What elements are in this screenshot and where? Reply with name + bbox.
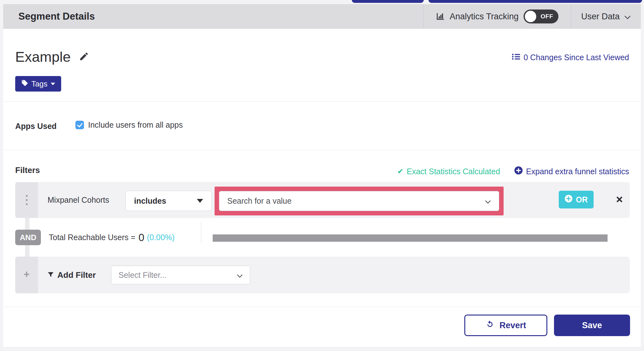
check-icon: ✔ (397, 167, 403, 176)
top-partial-button-left[interactable] (352, 0, 424, 3)
revert-button[interactable]: Revert (464, 315, 547, 336)
tag-icon (21, 80, 28, 88)
drag-handle[interactable] (15, 182, 38, 218)
add-filter-row: Add Filter Select Filter... (15, 257, 630, 293)
segment-name: Example (15, 50, 71, 64)
topbar: Segment Details Analytics Tracking OFF U… (3, 4, 641, 29)
edit-pencil-icon[interactable] (79, 51, 89, 63)
tags-button[interactable]: Tags (15, 76, 61, 92)
reachable-users-progress-bar (213, 234, 608, 242)
expand-funnel-statistics-link[interactable]: Expand extra funnel statistics (514, 166, 629, 177)
plus-circle-icon (564, 195, 573, 205)
segment-details-page: Segment Details Analytics Tracking OFF U… (0, 0, 644, 351)
analytics-tracking-toggle[interactable]: OFF (524, 10, 558, 23)
value-select-placeholder: Search for a value (227, 196, 292, 206)
select-filter-dropdown[interactable]: Select Filter... (111, 265, 250, 284)
filters-heading: Filters (15, 165, 40, 175)
save-button-label: Save (582, 321, 602, 330)
undo-icon (486, 320, 494, 331)
segment-details-panel: Segment Details Analytics Tracking OFF U… (3, 4, 641, 347)
exact-statistics-status: ✔ Exact Statistics Calculated (397, 167, 500, 176)
revert-button-label: Revert (499, 321, 526, 330)
remove-filter-button[interactable] (611, 182, 628, 218)
bar-chart-icon (436, 12, 445, 22)
and-badge: AND (15, 230, 41, 245)
highlight-annotation: Search for a value (215, 187, 504, 215)
user-data-dropdown[interactable]: User Data (571, 4, 641, 29)
include-all-apps-label: Include users from all apps (88, 120, 183, 130)
save-button[interactable]: Save (554, 315, 630, 336)
list-icon (512, 53, 520, 62)
filters-section: Filters ✔ Exact Statistics Calculated Ex… (3, 150, 641, 307)
changes-since-last-viewed-link[interactable]: 0 Changes Since Last Viewed (512, 53, 629, 62)
reachable-users-percent: (0.00%) (147, 233, 175, 242)
toggle-knob (525, 11, 536, 22)
operator-value: includes (134, 196, 166, 206)
drag-dots-icon (26, 195, 28, 205)
filter-field-label: Mixpanel Cohorts (48, 182, 109, 218)
add-filter-plus-button[interactable] (15, 257, 38, 293)
triangle-down-icon (197, 199, 203, 203)
plus-icon (23, 271, 30, 279)
tags-button-label: Tags (31, 80, 48, 88)
exact-statistics-label: Exact Statistics Calculated (407, 167, 500, 176)
expand-funnel-statistics-label: Expand extra funnel statistics (526, 167, 629, 176)
reachable-users-value: 0 (138, 232, 144, 244)
analytics-tracking-label: Analytics Tracking (450, 12, 519, 22)
user-data-label: User Data (581, 12, 620, 22)
caret-down-icon (51, 83, 55, 85)
chevron-down-icon (237, 271, 243, 280)
add-or-condition-button[interactable]: OR (559, 191, 594, 208)
include-all-apps-checkbox[interactable] (75, 121, 84, 129)
toggle-state-label: OFF (541, 13, 553, 20)
add-filter-label: Add Filter (57, 270, 96, 280)
chevron-down-icon (624, 12, 631, 22)
apps-used-label: Apps Used (15, 122, 57, 131)
apps-used-section: Apps Used Include users from all apps (3, 102, 641, 150)
chevron-down-icon (485, 196, 491, 206)
filter-row: Mixpanel Cohorts includes Search for a v… (15, 182, 630, 218)
operator-select[interactable]: includes (126, 191, 212, 211)
close-x-icon (615, 195, 623, 205)
reachable-users-label: Total Reachable Users = (49, 233, 135, 242)
select-filter-placeholder: Select Filter... (119, 271, 166, 280)
changes-link-label: 0 Changes Since Last Viewed (524, 53, 629, 62)
total-reachable-users: Total Reachable Users = 0 (0.00%) (49, 230, 175, 245)
segment-name-section: Example 0 Changes Since Last Viewed Tags (3, 29, 641, 102)
funnel-icon (48, 270, 54, 280)
plus-circle-icon (514, 166, 523, 177)
page-title: Segment Details (3, 11, 423, 22)
vertical-divider (201, 222, 201, 243)
footer-actions: Revert Save (3, 307, 641, 348)
or-button-label: OR (576, 195, 588, 204)
value-search-select[interactable]: Search for a value (219, 191, 499, 211)
top-partial-button-right[interactable] (428, 0, 642, 3)
analytics-tracking-section: Analytics Tracking OFF (423, 4, 571, 29)
